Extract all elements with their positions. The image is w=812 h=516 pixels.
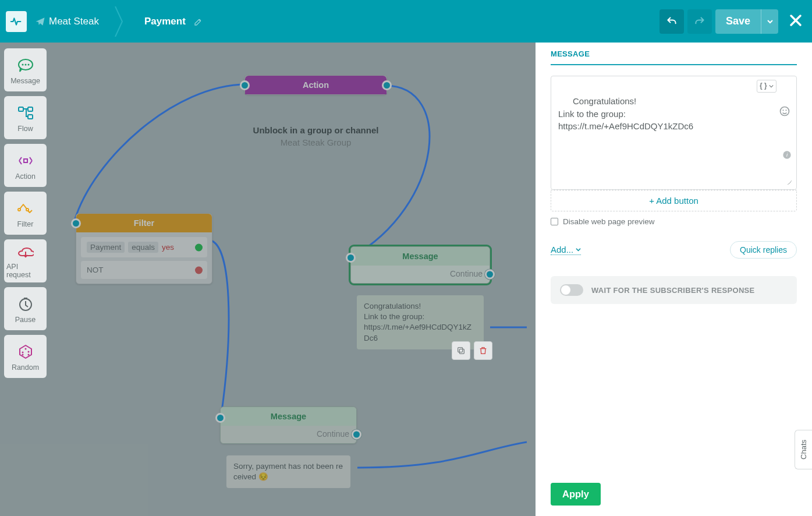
close-icon: [789, 13, 803, 27]
random-icon: [18, 344, 33, 359]
chats-tab[interactable]: Chats: [795, 430, 812, 469]
sidebar-item-action[interactable]: Action: [4, 144, 47, 187]
apply-button[interactable]: Apply: [551, 483, 601, 506]
wait-label: WAIT FOR THE SUBSCRIBER'S RESPONSE: [591, 286, 755, 295]
sidebar-item-label: Flow: [17, 125, 33, 133]
svg-point-10: [18, 208, 20, 211]
sidebar-item-flow[interactable]: Flow: [4, 96, 47, 139]
component-sidebar: Message Flow Action Filter API request P…: [0, 43, 51, 516]
close-button[interactable]: [789, 13, 803, 30]
pulse-icon: [10, 15, 23, 28]
api-icon: [17, 245, 34, 259]
sidebar-item-label: Pause: [15, 316, 36, 324]
sidebar-item-random[interactable]: Random: [4, 335, 47, 378]
svg-rect-8: [28, 115, 33, 119]
svg-point-16: [27, 351, 29, 353]
emoji-button[interactable]: [779, 80, 792, 93]
wait-toggle[interactable]: [560, 284, 583, 296]
svg-point-14: [22, 352, 23, 354]
copy-button[interactable]: [452, 341, 470, 360]
checkbox[interactable]: [551, 218, 558, 225]
save-button[interactable]: Save: [715, 9, 761, 34]
undo-button[interactable]: [659, 9, 684, 34]
svg-point-15: [22, 354, 23, 356]
redo-button[interactable]: [687, 9, 712, 34]
svg-point-20: [785, 109, 786, 111]
svg-point-3: [22, 64, 23, 66]
sidebar-item-label: API request: [6, 263, 44, 279]
svg-point-11: [26, 208, 29, 211]
resize-handle[interactable]: ⟋: [786, 176, 794, 188]
edit-icon[interactable]: [194, 17, 203, 26]
panel-title: MESSAGE: [551, 48, 797, 65]
message-editor[interactable]: Congratulations! Link to the group: http…: [551, 76, 797, 190]
svg-rect-9: [24, 159, 27, 162]
disable-preview-row[interactable]: Disable web page preview: [551, 217, 797, 226]
sidebar-item-message[interactable]: Message: [4, 48, 47, 91]
sidebar-item-api[interactable]: API request: [4, 239, 47, 282]
node-toolbar: [452, 341, 492, 360]
copy-icon: [456, 346, 466, 355]
chats-tab-label: Chats: [799, 440, 808, 460]
add-dropdown[interactable]: Add...: [551, 245, 581, 255]
svg-point-18: [781, 107, 789, 115]
sidebar-item-label: Random: [12, 363, 39, 372]
wait-response-box: WAIT FOR THE SUBSCRIBER'S RESPONSE: [551, 276, 797, 304]
emoji-icon: [779, 105, 790, 117]
sidebar-item-label: Filter: [17, 220, 34, 228]
insert-variable-button[interactable]: { }: [757, 80, 776, 93]
svg-point-4: [24, 64, 26, 66]
svg-rect-7: [28, 107, 33, 111]
sidebar-item-pause[interactable]: Pause: [4, 287, 47, 330]
pause-icon: [18, 296, 33, 312]
breadcrumb: Meat Steak Payment: [35, 6, 203, 37]
caret-down-icon: [576, 247, 581, 252]
caret-down-icon: [767, 19, 773, 24]
sidebar-item-label: Message: [10, 77, 40, 85]
breadcrumb-flow[interactable]: Payment: [144, 16, 186, 27]
save-button-group: Save: [715, 9, 778, 34]
sidebar-item-filter[interactable]: Filter: [4, 192, 47, 235]
add-button-row[interactable]: + Add button: [551, 190, 797, 211]
message-icon: [17, 58, 34, 72]
save-dropdown[interactable]: [761, 9, 778, 34]
properties-panel: MESSAGE Congratulations! Link to the gro…: [536, 43, 812, 516]
add-label: Add...: [551, 245, 573, 255]
caret-down-icon: [769, 84, 774, 89]
delete-button[interactable]: [474, 341, 492, 360]
svg-rect-6: [19, 107, 23, 111]
message-editor-text: Congratulations! Link to the group: http…: [558, 96, 693, 132]
trash-icon: [478, 346, 488, 355]
app-logo[interactable]: [6, 11, 27, 32]
svg-rect-1: [458, 348, 463, 352]
svg-point-17: [27, 354, 29, 356]
telegram-icon: [35, 16, 45, 27]
action-icon: [17, 155, 34, 167]
breadcrumb-bot[interactable]: Meat Steak: [49, 16, 99, 27]
flow-icon: [17, 106, 34, 120]
sidebar-item-label: Action: [15, 172, 36, 181]
svg-point-19: [782, 109, 783, 111]
svg-rect-0: [459, 349, 464, 354]
info-icon[interactable]: i: [763, 137, 792, 175]
svg-point-13: [24, 348, 26, 350]
svg-point-5: [27, 64, 29, 66]
disable-preview-label: Disable web page preview: [563, 217, 655, 226]
quick-replies-button[interactable]: Quick replies: [730, 241, 797, 259]
filter-icon: [17, 202, 34, 215]
app-header: Meat Steak Payment Save: [0, 0, 812, 43]
breadcrumb-separator: [118, 6, 126, 37]
